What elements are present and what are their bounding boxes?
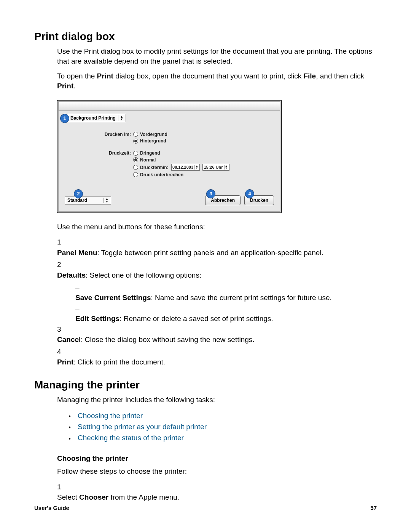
list-number: 1 — [57, 482, 68, 492]
print-dialog-figure: 1 Background Printing ▲▼ Drucken im: Vor… — [57, 100, 282, 213]
radio-selected-icon — [133, 139, 138, 144]
radio-hintergrund[interactable]: Hintergrund — [133, 138, 167, 144]
list-term: Panel Menu — [57, 249, 97, 257]
heading-managing-printer: Managing the printer — [34, 379, 377, 391]
choosing-intro: Follow these steps to choose the printer… — [57, 466, 377, 476]
callout-4: 4 — [245, 189, 254, 198]
heading-print-dialog: Print dialog box — [34, 30, 377, 43]
sublist-term: Save Current Settings — [75, 294, 151, 302]
radio-vordergrund[interactable]: Vordergrund — [133, 131, 167, 137]
sublist-desc: : Rename or delete a saved set of print … — [119, 315, 273, 323]
updown-arrows-icon: ▲▼ — [103, 198, 109, 203]
radio-selected-icon — [133, 157, 138, 162]
text: Select — [57, 493, 79, 501]
date-spinner[interactable]: 08.12.2003▲▼ — [171, 164, 200, 171]
label-drucken-im: Drucken im: — [67, 131, 133, 137]
radio-label: Normal — [140, 157, 156, 163]
text: from the Apple menu. — [108, 493, 179, 501]
dash: – — [75, 303, 83, 314]
radio-normal[interactable]: Normal — [133, 157, 229, 163]
bold-print: Print — [97, 72, 113, 80]
link-checking-status[interactable]: Checking the status of the printer — [78, 434, 184, 442]
updown-arrows-icon: ▲▼ — [118, 115, 124, 121]
bold-chooser: Chooser — [79, 493, 108, 501]
radio-icon — [133, 165, 138, 170]
callout-3: 3 — [206, 189, 215, 198]
callout-2: 2 — [74, 189, 83, 198]
radio-dringend[interactable]: Dringend — [133, 150, 229, 156]
text: , and then click — [316, 72, 364, 80]
list-desc: : Toggle between print setting panels an… — [97, 249, 323, 257]
list-desc: : Close the dialog box without saving th… — [81, 335, 254, 343]
list-desc: : Click to print the document. — [73, 358, 165, 366]
link-choosing-printer[interactable]: Choosing the printer — [78, 412, 143, 420]
after-dialog-text: Use the menu and buttons for these funct… — [57, 222, 377, 232]
radio-label: Dringend — [140, 150, 160, 156]
panel-menu-label: Background Printing — [70, 115, 116, 121]
list-term: Cancel — [57, 335, 81, 343]
list-term: Defaults — [57, 271, 86, 279]
time-value: 15:26 Uhr — [204, 165, 223, 169]
intro-paragraph-2: To open the Print dialog box, open the d… — [57, 71, 377, 91]
list-term: Print — [57, 358, 73, 366]
bold-print-2: Print — [57, 82, 73, 90]
intro-block: Use the Print dialog box to modify print… — [57, 46, 377, 91]
list-number: 2 — [57, 259, 68, 270]
radio-label: Vordergrund — [140, 131, 167, 137]
list-number: 3 — [57, 324, 68, 335]
sublist-term: Edit Settings — [75, 315, 119, 323]
spinner-arrows-icon: ▲▼ — [224, 165, 228, 169]
sublist-desc: : Name and save the current print settin… — [151, 294, 332, 302]
defaults-dropdown[interactable]: Standard ▲▼ — [65, 196, 111, 204]
radio-drucktermin[interactable]: Drucktermin: 08.12.2003▲▼ 15:26 Uhr▲▼ — [133, 164, 229, 171]
list-number: 4 — [57, 347, 68, 357]
date-value: 08.12.2003 — [172, 165, 193, 169]
bold-file: File — [303, 72, 316, 80]
radio-label: Druck unterbrechen — [140, 172, 183, 177]
managing-intro: Managing the printer includes the follow… — [57, 395, 377, 405]
spinner-arrows-icon: ▲▼ — [194, 165, 199, 169]
radio-unterbrechen[interactable]: Druck unterbrechen — [133, 172, 229, 177]
dialog-form-area: Drucken im: Vordergrund Hintergrund Druc… — [62, 125, 276, 193]
text: . — [73, 82, 75, 90]
radio-icon — [133, 172, 138, 177]
callout-1: 1 — [60, 114, 69, 123]
document-page: Print dialog box Use the Print dialog bo… — [0, 0, 411, 532]
radio-label: Drucktermin: — [140, 165, 169, 170]
radio-label: Hintergrund — [140, 138, 166, 144]
panel-menu-dropdown[interactable]: Background Printing ▲▼ — [68, 114, 126, 122]
intro-paragraph-1: Use the Print dialog box to modify print… — [57, 46, 377, 66]
dialog-titlebar — [59, 102, 280, 111]
heading-choosing-printer: Choosing the printer — [57, 454, 377, 463]
footer-page-number: 57 — [370, 505, 377, 511]
radio-icon — [133, 132, 138, 137]
list-desc: : Select one of the following options: — [86, 271, 201, 279]
function-list: 1 Panel Menu: Toggle between print setti… — [57, 237, 377, 367]
page-footer: User's Guide 57 — [34, 505, 377, 511]
choosing-steps: 1 Select Chooser from the Apple menu. — [57, 482, 377, 503]
footer-left: User's Guide — [34, 505, 69, 511]
dash: – — [75, 282, 83, 293]
list-number: 1 — [57, 237, 68, 248]
text: dialog box, open the document that you w… — [113, 72, 304, 80]
radio-icon — [133, 151, 138, 156]
defaults-label: Standard — [67, 198, 87, 203]
label-druckzeit: Druckzeit: — [67, 150, 133, 156]
time-spinner[interactable]: 15:26 Uhr▲▼ — [202, 164, 229, 171]
button-label: Abbrechen — [211, 198, 235, 203]
managing-task-list: Choosing the printer Setting the printer… — [68, 410, 377, 444]
link-default-printer[interactable]: Setting the printer as your default prin… — [78, 423, 207, 431]
button-label: Drucken — [250, 198, 268, 203]
text: To open the — [57, 72, 97, 80]
